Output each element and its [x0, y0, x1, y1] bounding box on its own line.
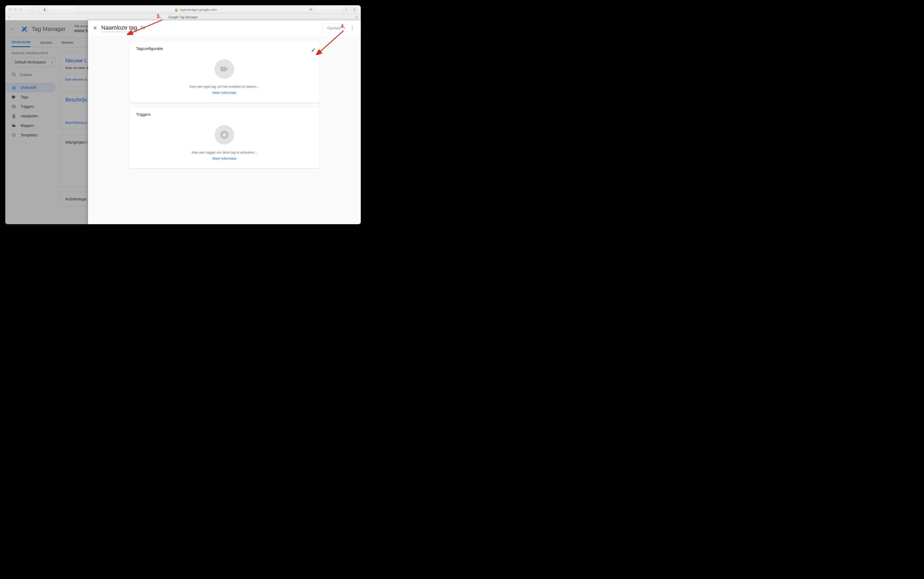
- modal-header: ✕ Opslaan ⋮: [88, 20, 361, 36]
- tag-placeholder-icon: [215, 59, 234, 79]
- tag-config-panel[interactable]: Tagconfiguratie Kies een type tag om het…: [129, 41, 320, 103]
- tag-editor-modal: ✕ Opslaan ⋮ Tagconfiguratie Kies een typ…: [88, 20, 361, 224]
- folder-outline-icon[interactable]: [140, 25, 145, 31]
- svg-point-9: [222, 133, 227, 137]
- close-icon[interactable]: ✕: [93, 25, 101, 31]
- url-host: tagmanager.google.com: [180, 8, 217, 11]
- annotation-label-4: 4.: [341, 23, 345, 29]
- pencil-icon[interactable]: [311, 47, 316, 53]
- config-more-info-link[interactable]: Meer informatie: [212, 91, 236, 95]
- new-tab-icon[interactable]: ＋: [354, 14, 359, 20]
- url-bar[interactable]: 🔒 tagmanager.google.com ⟳: [77, 7, 314, 13]
- triggers-panel[interactable]: Triggers Kies een trigger om deze tag te…: [129, 107, 320, 168]
- trigger-placeholder-icon: [215, 125, 234, 145]
- triggers-more-info-link[interactable]: Meer informatie: [212, 157, 236, 160]
- browser-window: ‹ › ◧ 🔒 tagmanager.google.com ⟳ ⇪ ⧉ ⌗ Go…: [5, 5, 361, 224]
- safari-toolbar: ‹ › ◧ 🔒 tagmanager.google.com ⟳ ⇪ ⧉: [5, 5, 361, 14]
- tab-tree-icon[interactable]: ⌗: [8, 15, 10, 19]
- share-icon[interactable]: ⇪: [343, 7, 349, 12]
- annotation-label-3: 3.: [157, 13, 161, 19]
- nav-back-icon[interactable]: ‹: [27, 7, 33, 12]
- sidebar-toggle-icon[interactable]: ◧: [42, 7, 48, 12]
- tabs-overview-icon[interactable]: ⧉: [351, 7, 358, 12]
- tag-name-input[interactable]: [101, 24, 138, 32]
- browser-tab-title[interactable]: Google Tag Manager: [168, 15, 198, 19]
- nav-forward-icon: ›: [33, 7, 40, 12]
- more-menu-icon[interactable]: ⋮: [349, 25, 356, 31]
- lock-icon: 🔒: [174, 8, 178, 11]
- window-controls[interactable]: [8, 8, 22, 11]
- reload-icon[interactable]: ⟳: [310, 8, 312, 11]
- safari-tabbar: ⌗ Google Tag Manager ＋: [5, 14, 361, 20]
